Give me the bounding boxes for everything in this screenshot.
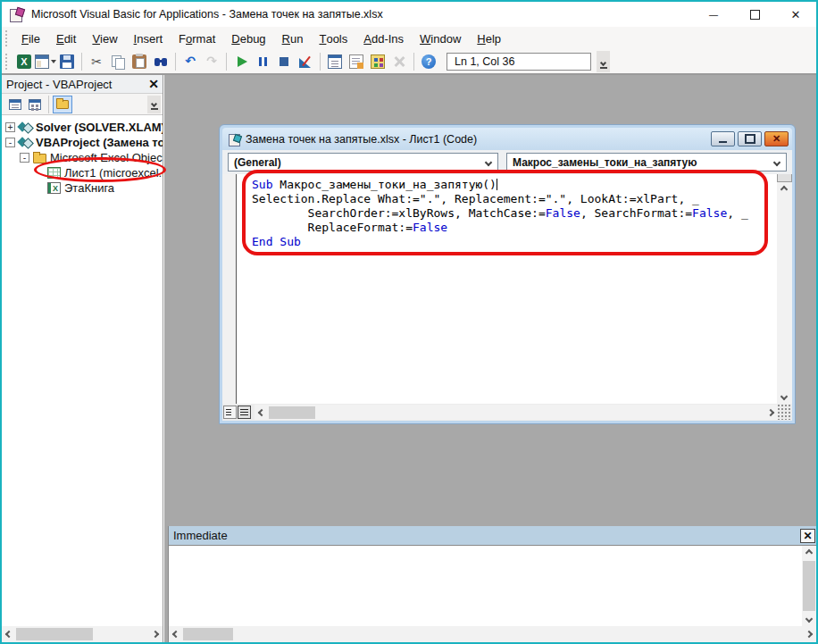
object-browser-icon[interactable] (367, 52, 388, 71)
full-module-view-button[interactable] (238, 406, 251, 419)
scroll-right-icon[interactable] (802, 627, 816, 641)
minimize-icon[interactable] (693, 2, 734, 27)
toolbox-icon[interactable] (388, 52, 410, 71)
procedure-view-button[interactable] (223, 406, 237, 419)
break-icon (255, 54, 270, 69)
menu-help[interactable]: Help (469, 27, 509, 50)
help-icon[interactable] (418, 52, 439, 71)
reset-icon[interactable] (273, 52, 295, 71)
scrollbar-thumb[interactable] (269, 406, 315, 419)
project-close-icon[interactable] (145, 75, 163, 93)
tree-item-solver[interactable]: +Solver (SOLVER.XLAM) (2, 120, 163, 135)
toolbar-overflow-button[interactable] (597, 51, 610, 72)
paste-icon (132, 54, 146, 69)
menu-edit[interactable]: Edit (48, 27, 84, 50)
cut-icon[interactable] (86, 52, 107, 71)
toolbar-separator (175, 53, 176, 71)
scroll-right-icon[interactable] (764, 406, 778, 420)
scroll-left-icon[interactable] (2, 627, 16, 641)
menu-insert[interactable]: Insert (126, 27, 171, 50)
scroll-left-icon[interactable] (255, 406, 269, 420)
help-icon (422, 54, 436, 69)
code-line[interactable]: Selection.Replace What:=".", Replacement… (252, 192, 777, 206)
project-panel-titlebar[interactable]: Project - VBAProject (2, 75, 163, 94)
view-excel-icon[interactable] (13, 52, 35, 71)
split-handle[interactable] (777, 174, 792, 182)
tree-item-vbaproject[interactable]: -VBAProject (Замена то (2, 135, 163, 150)
design-mode-icon[interactable] (295, 52, 316, 71)
collapse-icon[interactable]: - (5, 138, 15, 147)
code-line[interactable]: SearchOrder:=xlByRows, MatchCase:=False,… (252, 206, 777, 221)
scrollbar-thumb[interactable] (803, 561, 815, 611)
scrollbar-thumb[interactable] (16, 628, 93, 640)
chevron-down-icon (773, 158, 780, 165)
code-window-titlebar[interactable]: Замена точек на запятые.xlsx - Лист1 (Co… (222, 128, 792, 150)
code-vertical-scrollbar[interactable] (777, 174, 792, 404)
menu-tools[interactable]: Tools (311, 27, 355, 50)
immediate-vertical-scrollbar[interactable] (802, 546, 816, 626)
menu-file[interactable]: File (13, 27, 48, 50)
project-explorer-icon[interactable] (324, 52, 346, 71)
scroll-down-icon[interactable] (777, 389, 791, 404)
procedure-dropdown[interactable]: Макрос_замены_токи_на_запятую (506, 153, 787, 171)
copy-icon[interactable] (107, 52, 129, 71)
code-line[interactable]: ReplaceFormat:=False (252, 221, 777, 235)
redo-icon[interactable] (201, 52, 222, 71)
scrollbar-thumb[interactable] (183, 628, 233, 640)
immediate-content[interactable] (169, 546, 802, 626)
minimize-icon[interactable] (711, 131, 735, 146)
tree-item-sheet1[interactable]: Лист1 (microexcel.r (2, 165, 163, 180)
view-object-icon (29, 99, 41, 110)
scroll-down-icon[interactable] (802, 612, 816, 626)
scroll-right-icon[interactable] (148, 627, 163, 641)
scroll-up-icon[interactable] (802, 546, 816, 560)
margin-indicator-bar[interactable] (222, 174, 237, 404)
menu-view[interactable]: View (84, 27, 125, 50)
procedure-dropdown-value: Макрос_замены_токи_на_запятую (513, 156, 697, 169)
close-icon[interactable] (775, 2, 816, 27)
scroll-up-icon[interactable] (777, 182, 791, 197)
immediate-titlebar[interactable]: Immediate (169, 526, 816, 545)
menu-run[interactable]: Run (274, 27, 312, 50)
object-dropdown[interactable]: (General) (228, 153, 498, 171)
tree-item-excel-objects[interactable]: -Microsoft Excel Objects (2, 150, 163, 165)
collapse-icon[interactable]: - (20, 153, 29, 163)
break-icon[interactable] (252, 52, 273, 71)
scrollbar-track[interactable] (777, 197, 792, 389)
close-icon[interactable] (800, 529, 815, 543)
undo-icon[interactable] (179, 52, 201, 71)
project-toolbar-overflow-button[interactable] (147, 96, 161, 113)
save-icon[interactable] (56, 52, 78, 71)
menu-format[interactable]: Format (171, 27, 223, 50)
scroll-left-icon[interactable] (169, 627, 183, 641)
expand-icon[interactable]: + (5, 122, 15, 132)
toggle-folders-button[interactable] (53, 96, 72, 113)
window-titlebar: Microsoft Visual Basic for Applications … (2, 2, 816, 27)
menubar-grip[interactable] (5, 30, 10, 46)
properties-window-icon[interactable] (346, 52, 367, 71)
resize-grip[interactable] (778, 405, 792, 420)
view-object-button[interactable] (25, 96, 45, 113)
close-icon[interactable] (764, 131, 789, 146)
code-horizontal-scrollbar[interactable] (255, 405, 778, 420)
restore-icon[interactable] (738, 131, 762, 146)
code-editor[interactable]: Sub Макрос_замены_токи_на_запятую()Selec… (237, 174, 777, 404)
project-panel-title: Project - VBAProject (6, 78, 113, 91)
code-line[interactable]: End Sub (252, 235, 777, 249)
immediate-horizontal-scrollbar[interactable] (169, 626, 816, 642)
menu-debug[interactable]: Debug (223, 27, 273, 50)
toolbar-grip[interactable] (5, 54, 10, 70)
view-code-button[interactable] (5, 96, 25, 113)
run-icon[interactable] (230, 52, 252, 71)
menu-window[interactable]: Window (412, 27, 469, 50)
project-horizontal-scrollbar[interactable] (2, 626, 163, 642)
menu-addins[interactable]: Add-Ins (355, 27, 412, 50)
tree-item-thisworkbook[interactable]: ЭтаКнига (2, 180, 163, 196)
reset-icon (277, 54, 291, 69)
insert-userform-icon[interactable] (35, 52, 56, 71)
paste-icon[interactable] (129, 52, 150, 71)
code-line[interactable]: Sub Макрос_замены_токи_на_запятую() (252, 178, 777, 192)
window-controls (693, 2, 816, 27)
find-icon[interactable] (150, 52, 171, 71)
maximize-icon[interactable] (734, 2, 775, 27)
